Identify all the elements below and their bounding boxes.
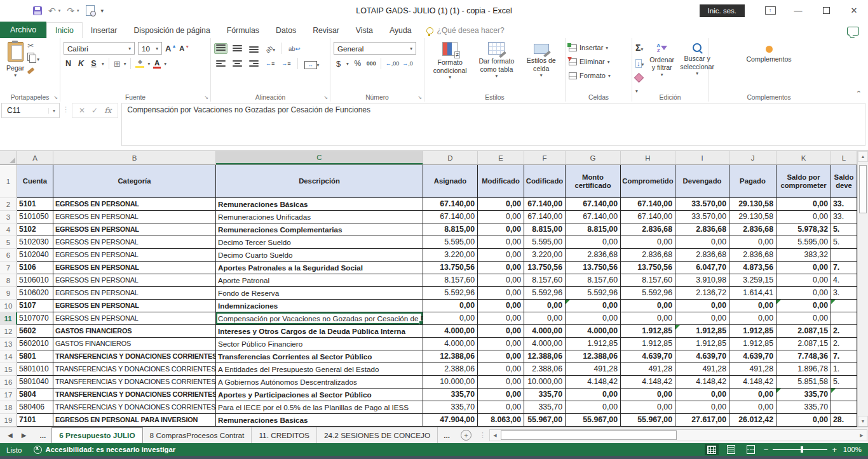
cell-A11[interactable]: 5107070 bbox=[17, 312, 53, 325]
decrease-decimal-icon[interactable]: →,0 bbox=[402, 60, 413, 67]
cell-J14[interactable]: 4.639,70 bbox=[729, 350, 776, 363]
row-header-15[interactable]: 15 bbox=[0, 363, 17, 376]
row-header-14[interactable]: 14 bbox=[0, 350, 17, 363]
align-middle-button[interactable] bbox=[231, 43, 244, 54]
cell-C12[interactable]: Intereses y Otros Cargos de la Deuda Púb… bbox=[216, 325, 423, 338]
ribbon-tab-fórmulas[interactable]: Fórmulas bbox=[219, 23, 268, 38]
row-header-18[interactable]: 18 bbox=[0, 401, 17, 414]
cell-B18[interactable]: TRANSFERENCIAS Y DONACIONES CORRIENTES bbox=[53, 401, 216, 414]
cut-icon[interactable]: ✂ bbox=[27, 42, 39, 50]
cell-D17[interactable]: 335,70 bbox=[423, 389, 478, 401]
cell-C19[interactable]: Remuneraciones Basicas bbox=[216, 414, 423, 427]
cell-G12[interactable]: 4.000,00 bbox=[566, 325, 621, 338]
dialog-launcher-icon[interactable]: ↘ bbox=[417, 95, 422, 100]
cell-C18[interactable]: Para el IECE por el 0.5% de las Planilla… bbox=[216, 401, 423, 414]
italic-button[interactable]: K bbox=[76, 59, 86, 68]
column-header-D[interactable]: D bbox=[423, 151, 478, 164]
cell-L12[interactable]: 2. bbox=[831, 325, 857, 338]
cell-J13[interactable]: 1.912,85 bbox=[729, 338, 776, 350]
cell-K9[interactable]: 0,00 bbox=[776, 287, 831, 300]
ribbon-tab-inicio[interactable]: Inicio bbox=[46, 22, 83, 38]
column-header-E[interactable]: E bbox=[478, 151, 524, 164]
cell-J7[interactable]: 4.873,56 bbox=[729, 262, 776, 274]
cell-F4[interactable]: 8.815,00 bbox=[524, 223, 566, 236]
ribbon-tab-insertar[interactable]: Insertar bbox=[83, 23, 126, 38]
zoom-in-icon[interactable]: + bbox=[832, 446, 837, 454]
cell-D3[interactable]: 67.140,00 bbox=[423, 211, 478, 223]
next-sheet-icon[interactable]: ▶ bbox=[22, 432, 27, 439]
cell-L13[interactable]: 2. bbox=[831, 338, 857, 350]
cell-J3[interactable]: 29.130,58 bbox=[729, 211, 776, 223]
cell-L16[interactable]: 5. bbox=[831, 376, 857, 389]
column-header-K[interactable]: K bbox=[776, 151, 831, 164]
cell-E9[interactable]: 0,00 bbox=[478, 287, 524, 300]
cell-E4[interactable]: 0,00 bbox=[478, 223, 524, 236]
cell-J2[interactable]: 29.130,58 bbox=[729, 198, 776, 211]
cell-L6[interactable] bbox=[831, 249, 857, 262]
cell-H14[interactable]: 4.639,70 bbox=[621, 350, 675, 363]
increase-decimal-icon[interactable]: ←,00 bbox=[386, 60, 400, 67]
cell-I4[interactable]: 2.836,68 bbox=[675, 223, 729, 236]
cell-A12[interactable]: 5602 bbox=[17, 325, 53, 338]
cell-I6[interactable]: 2.836,68 bbox=[675, 249, 729, 262]
cell-J4[interactable]: 2.836,68 bbox=[729, 223, 776, 236]
row-header-2[interactable]: 2 bbox=[0, 198, 17, 211]
cell-I18[interactable]: 0,00 bbox=[675, 401, 729, 414]
cell-J5[interactable]: 0,00 bbox=[729, 236, 776, 249]
cell-D11[interactable]: 0,00 bbox=[423, 312, 478, 325]
prev-sheet-icon[interactable]: ◀ bbox=[8, 432, 13, 439]
cell-D12[interactable]: 4.000,00 bbox=[423, 325, 478, 338]
cell-C17[interactable]: Aportes y Participaciones al Sector Públ… bbox=[216, 389, 423, 401]
cell-E3[interactable]: 0,00 bbox=[478, 211, 524, 223]
scroll-up-icon[interactable]: ▲ bbox=[858, 151, 868, 162]
clear-button[interactable]: ▾ bbox=[635, 72, 644, 95]
row-header-7[interactable]: 7 bbox=[0, 262, 17, 274]
cell-D14[interactable]: 12.388,06 bbox=[423, 350, 478, 363]
cell-G15[interactable]: 491,28 bbox=[566, 363, 621, 376]
format-painter-icon[interactable] bbox=[27, 66, 39, 74]
cell-B4[interactable]: EGRESOS EN PERSONAL bbox=[53, 223, 216, 236]
number-format-select[interactable]: General▾ bbox=[334, 42, 416, 55]
row-header-17[interactable]: 17 bbox=[0, 389, 17, 401]
header-cell-I1[interactable]: Devengado bbox=[675, 165, 729, 198]
copy-icon[interactable]: ▾ bbox=[27, 52, 39, 63]
fill-color-icon[interactable]: ◆ bbox=[135, 59, 144, 68]
cell-F16[interactable]: 10.000,00 bbox=[524, 376, 566, 389]
cell-D5[interactable]: 5.595,00 bbox=[423, 236, 478, 249]
ribbon-tab-datos[interactable]: Datos bbox=[268, 23, 304, 38]
cell-H15[interactable]: 491,28 bbox=[621, 363, 675, 376]
zoom-level[interactable]: 100% bbox=[841, 446, 862, 453]
cell-H16[interactable]: 4.148,42 bbox=[621, 376, 675, 389]
sheet-tab-24-2-sesiones-de-concejo[interactable]: 24.2 SESIONES DE CONCEJO bbox=[317, 427, 438, 443]
print-preview-icon[interactable] bbox=[86, 5, 95, 16]
header-cell-F1[interactable]: Codificado bbox=[524, 165, 566, 198]
percent-format-icon[interactable]: % bbox=[352, 59, 363, 68]
cell-D4[interactable]: 8.815,00 bbox=[423, 223, 478, 236]
cell-G11[interactable]: 0,00 bbox=[566, 312, 621, 325]
header-cell-G1[interactable]: Monto certificado bbox=[566, 165, 621, 198]
confirm-entry-icon[interactable]: ✓ bbox=[92, 106, 98, 115]
cell-H18[interactable]: 0,00 bbox=[621, 401, 675, 414]
cell-F5[interactable]: 5.595,00 bbox=[524, 236, 566, 249]
cell-C16[interactable]: A Gobiernos Autónomos Descentralizados bbox=[216, 376, 423, 389]
accessibility-icon[interactable] bbox=[34, 446, 42, 454]
row-header-11[interactable]: 11 bbox=[0, 312, 17, 325]
autosum-button[interactable]: Σ▾ bbox=[635, 42, 644, 53]
column-header-C[interactable]: C bbox=[216, 151, 423, 164]
cell-J9[interactable]: 1.614,41 bbox=[729, 287, 776, 300]
cell-E10[interactable]: 0,00 bbox=[478, 300, 524, 312]
cell-F18[interactable]: 335,70 bbox=[524, 401, 566, 414]
cell-A10[interactable]: 5107 bbox=[17, 300, 53, 312]
row-header-1[interactable]: 1 bbox=[0, 165, 17, 198]
restore-button[interactable] bbox=[812, 0, 840, 21]
cell-K13[interactable]: 2.087,15 bbox=[776, 338, 831, 350]
minimize-button[interactable]: — bbox=[784, 0, 812, 21]
column-header-A[interactable]: A bbox=[17, 151, 53, 164]
cell-B10[interactable]: EGRESOS EN PERSONAL bbox=[53, 300, 216, 312]
close-button[interactable]: ✕ bbox=[840, 0, 868, 21]
cell-B17[interactable]: TRANSFERENCIAS Y DONACIONES CORRIENTES bbox=[53, 389, 216, 401]
orientation-button[interactable]: ab▾ bbox=[264, 41, 277, 55]
cell-E6[interactable]: 0,00 bbox=[478, 249, 524, 262]
cell-F8[interactable]: 8.157,60 bbox=[524, 274, 566, 287]
row-header-13[interactable]: 13 bbox=[0, 338, 17, 350]
